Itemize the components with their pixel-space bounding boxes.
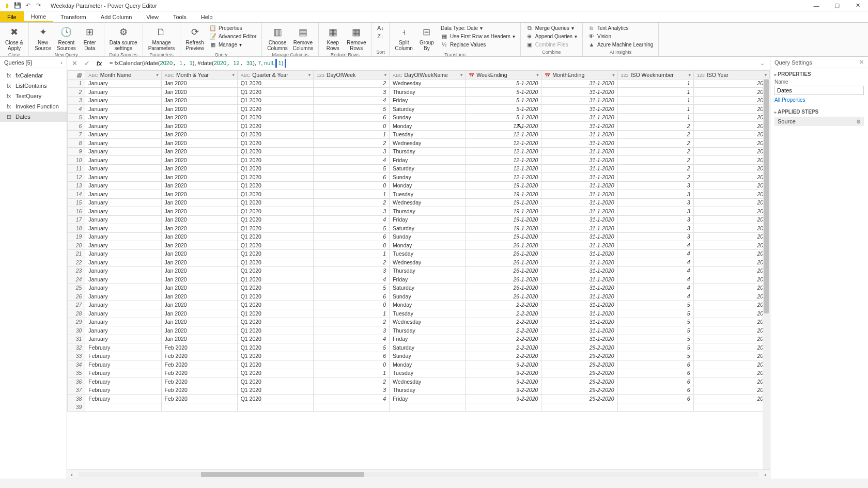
query-item[interactable]: fxTestQuery [0, 91, 67, 101]
cell[interactable]: January [85, 249, 161, 258]
cell[interactable]: Wednesday [390, 318, 466, 326]
cell[interactable]: 3 [617, 232, 693, 241]
cell[interactable]: January [85, 96, 161, 105]
column-header[interactable]: ABCDayOfWeekName▼ [390, 71, 466, 80]
cell[interactable]: 31-1-2020 [541, 301, 617, 309]
cell[interactable]: 2-2-2020 [466, 309, 541, 318]
cell[interactable]: 29-2-2020 [541, 352, 617, 360]
cell[interactable]: Q1 2020 [237, 173, 313, 182]
cell[interactable]: Friday [390, 395, 466, 403]
cell[interactable]: January [85, 122, 161, 131]
cell[interactable]: 2 [313, 139, 389, 148]
cell[interactable]: 3 [313, 147, 389, 156]
properties-section[interactable]: PROPERTIES [774, 71, 864, 77]
cell[interactable]: 19-1-2020 [466, 207, 541, 216]
cell[interactable]: 26-1-2020 [466, 266, 541, 275]
cell[interactable]: 202 [693, 215, 769, 224]
refresh-preview-button[interactable]: ⟳RefreshPreview [183, 24, 206, 52]
cell[interactable]: Friday [390, 96, 466, 105]
cell[interactable]: Q1 2020 [237, 88, 313, 97]
table-row[interactable]: 30JanuaryJan 2020Q1 20203Thursday2-2-202… [68, 326, 770, 335]
table-row[interactable]: 38FebruaryFeb 2020Q1 20204Friday9-2-2020… [68, 395, 770, 403]
cell[interactable]: 2-2-2020 [466, 343, 541, 352]
cell[interactable]: 202 [693, 113, 769, 122]
cell[interactable]: 3 [313, 266, 389, 275]
cell[interactable]: Jan 2020 [161, 105, 237, 114]
row-number[interactable]: 37 [68, 386, 85, 395]
minimize-button[interactable]: — [806, 0, 827, 11]
cell[interactable]: 6 [313, 173, 389, 182]
horizontal-scrollbar[interactable]: ‹ › [67, 469, 770, 479]
cell[interactable]: 202 [693, 139, 769, 148]
cell[interactable] [161, 403, 237, 412]
cell[interactable] [390, 403, 466, 412]
cell[interactable]: 31-1-2020 [541, 318, 617, 326]
cell[interactable]: 202 [693, 147, 769, 156]
cell[interactable]: 202 [693, 386, 769, 395]
cell[interactable]: Q1 2020 [237, 360, 313, 369]
cell[interactable]: 6 [313, 113, 389, 122]
cell[interactable]: 5 [617, 301, 693, 309]
tab-view[interactable]: View [139, 11, 166, 22]
cell[interactable]: 6 [313, 292, 389, 301]
cell[interactable]: Jan 2020 [161, 301, 237, 309]
cell[interactable]: 19-1-2020 [466, 198, 541, 207]
cell[interactable]: 1 [313, 190, 389, 199]
cell[interactable]: Thursday [390, 266, 466, 275]
cell[interactable]: Q1 2020 [237, 139, 313, 148]
cell[interactable] [313, 403, 389, 412]
cell[interactable]: 31-1-2020 [541, 335, 617, 343]
cell[interactable]: Q1 2020 [237, 198, 313, 207]
cell[interactable]: Q1 2020 [237, 122, 313, 131]
table-row[interactable]: 11JanuaryJan 2020Q1 20205Saturday12-1-20… [68, 164, 770, 173]
cell[interactable]: Monday [390, 301, 466, 309]
cell[interactable]: Tuesday [390, 190, 466, 199]
sort-desc-button[interactable]: Z↓ [375, 32, 386, 40]
cell[interactable]: 202 [693, 79, 769, 88]
vision-button[interactable]: 👁Vision [586, 32, 655, 40]
cell[interactable]: 26-1-2020 [466, 249, 541, 258]
cell[interactable]: 4 [617, 284, 693, 292]
table-row[interactable]: 14JanuaryJan 2020Q1 20201Tuesday19-1-202… [68, 190, 770, 199]
cell[interactable]: Q1 2020 [237, 79, 313, 88]
table-row[interactable]: 24JanuaryJan 2020Q1 20204Friday26-1-2020… [68, 275, 770, 284]
cell[interactable]: 3 [313, 326, 389, 335]
cell[interactable]: Q1 2020 [237, 318, 313, 326]
cell[interactable]: Friday [390, 335, 466, 343]
new-source-button[interactable]: ✦NewSource [32, 24, 54, 52]
table-row[interactable]: 1JanuaryJan 2020Q1 20202Wednesday5-1-202… [68, 79, 770, 88]
cell[interactable]: 202 [693, 232, 769, 241]
cell[interactable]: Q1 2020 [237, 130, 313, 139]
cell[interactable]: 5 [313, 105, 389, 114]
cell[interactable]: Jan 2020 [161, 164, 237, 173]
column-header[interactable]: 📅WeekEnding▼ [466, 71, 541, 80]
cell[interactable]: Feb 2020 [161, 343, 237, 352]
cell[interactable]: 26-1-2020 [466, 292, 541, 301]
cell[interactable]: 4 [313, 215, 389, 224]
remove-columns-button[interactable]: ▤RemoveColumns [291, 24, 315, 52]
cell[interactable]: 5 [313, 224, 389, 233]
cell[interactable]: January [85, 130, 161, 139]
cell[interactable]: 5 [617, 352, 693, 360]
cell[interactable]: Jan 2020 [161, 113, 237, 122]
cell[interactable]: 6 [617, 395, 693, 403]
table-row[interactable]: 29JanuaryJan 2020Q1 20202Wednesday2-2-20… [68, 318, 770, 326]
column-dropdown-icon[interactable]: ▼ [383, 72, 388, 77]
cell[interactable]: 12-1-2020 [466, 147, 541, 156]
cell[interactable]: Jan 2020 [161, 207, 237, 216]
cell[interactable]: Q1 2020 [237, 96, 313, 105]
cell[interactable]: Q1 2020 [237, 309, 313, 318]
cell[interactable]: January [85, 318, 161, 326]
table-row[interactable]: 5JanuaryJan 2020Q1 20206Sunday5-1-202031… [68, 113, 770, 122]
table-row[interactable]: 13JanuaryJan 2020Q1 20200Monday19-1-2020… [68, 181, 770, 190]
row-number[interactable]: 6 [68, 122, 85, 131]
cell[interactable]: 31-1-2020 [541, 122, 617, 131]
cell[interactable]: 31-1-2020 [541, 130, 617, 139]
cell[interactable]: 2 [617, 173, 693, 182]
cell[interactable]: 2 [617, 147, 693, 156]
cell[interactable]: January [85, 301, 161, 309]
text-analytics-button[interactable]: ≋Text Analytics [586, 24, 655, 32]
cell[interactable]: 6 [617, 377, 693, 386]
cell[interactable]: 5 [617, 326, 693, 335]
cell[interactable]: 5-1-2020 [466, 96, 541, 105]
